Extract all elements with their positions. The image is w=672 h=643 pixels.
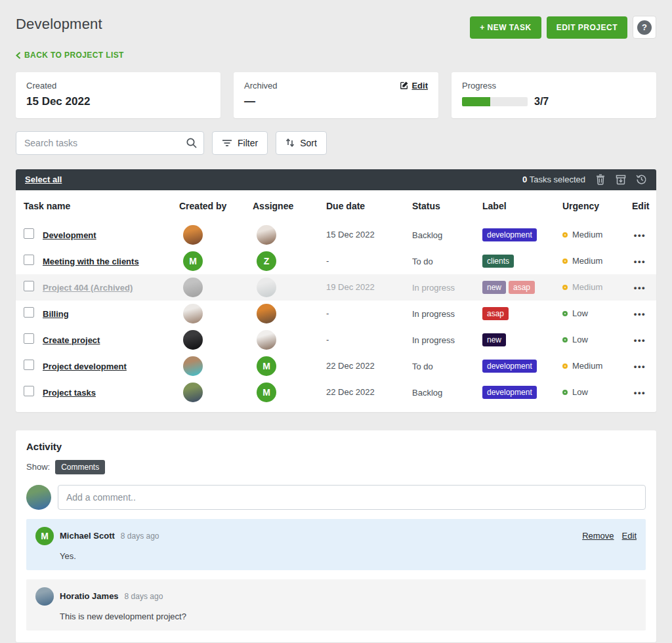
status-cell: To do: [412, 360, 482, 372]
task-row: Project tasksM22 Dec 2022Backlogdevelopm…: [16, 379, 656, 405]
edit-cell: •••: [632, 281, 648, 293]
archive-tasks-icon[interactable]: [616, 175, 626, 185]
created-by-cell: M: [179, 251, 253, 271]
row-menu-button[interactable]: •••: [634, 362, 646, 371]
row-menu-button[interactable]: •••: [634, 257, 646, 266]
task-name-cell: Create project: [43, 334, 179, 346]
archived-label: Archived: [244, 81, 278, 91]
urgency-icon: [562, 232, 568, 238]
sort-button[interactable]: Sort: [276, 131, 327, 155]
urgency-cell: Low: [562, 335, 632, 344]
row-menu-button[interactable]: •••: [634, 283, 646, 293]
task-name-link[interactable]: Project 404 (Archived): [43, 283, 133, 293]
urgency-label: Medium: [572, 282, 602, 292]
history-icon[interactable]: [636, 174, 647, 185]
assignee-avatar: M: [257, 356, 276, 376]
status-cell: In progress: [412, 334, 482, 346]
sort-label: Sort: [300, 138, 317, 148]
due-date-cell: 22 Dec 2022: [326, 361, 412, 371]
row-menu-button[interactable]: •••: [634, 335, 646, 345]
row-checkbox[interactable]: [24, 228, 34, 239]
back-link-label: BACK TO PROJECT LIST: [24, 51, 124, 60]
labels-cell: development: [482, 228, 562, 241]
created-by-avatar: [183, 356, 203, 376]
urgency-icon: [562, 363, 568, 369]
task-name-cell: Development: [43, 229, 179, 241]
edit-project-button[interactable]: EDIT PROJECT: [547, 16, 627, 39]
summary-cards: Created 15 Dec 2022 Archived Edit — Prog…: [16, 72, 656, 118]
row-checkbox[interactable]: [24, 333, 34, 344]
archived-edit-label: Edit: [411, 81, 428, 91]
comment-timestamp: 8 days ago: [121, 531, 159, 541]
created-by-avatar: [183, 304, 203, 323]
comments-filter-chip[interactable]: Comments: [55, 460, 105, 474]
label-pill: development: [482, 386, 537, 399]
comment-actions: RemoveEdit: [582, 531, 637, 541]
new-task-button[interactable]: + NEW TASK: [470, 16, 541, 39]
task-name-link[interactable]: Meeting with the clients: [43, 257, 139, 266]
created-by-cell: [179, 330, 253, 350]
column-edit: Edit: [632, 201, 649, 211]
comment-input[interactable]: [58, 485, 646, 510]
urgency-cell: Low: [562, 308, 632, 318]
comment-author-name: Horatio James: [60, 591, 119, 601]
status-cell: In progress: [412, 308, 482, 320]
tasks-selected-text: 0 Tasks selected: [522, 175, 585, 184]
current-user-avatar-slot: [26, 485, 51, 510]
select-all-link[interactable]: Select all: [25, 175, 62, 184]
urgency-icon: [562, 285, 568, 290]
row-menu-button[interactable]: •••: [634, 309, 646, 319]
task-row: Project developmentM22 Dec 2022To dodeve…: [16, 353, 656, 379]
help-button[interactable]: ?: [633, 16, 656, 39]
comment-remove-link[interactable]: Remove: [582, 531, 614, 541]
task-name-cell: Meeting with the clients: [43, 255, 179, 267]
status-text: In progress: [412, 283, 455, 293]
task-rows: Development15 Dec 2022Backlogdevelopment…: [16, 222, 656, 405]
label-pill: asap: [509, 281, 535, 294]
urgency-icon: [562, 259, 568, 264]
task-toolbar: Filter Sort: [16, 131, 656, 155]
created-by-cell: [179, 304, 253, 323]
back-to-project-list-link[interactable]: BACK TO PROJECT LIST: [16, 51, 124, 60]
chevron-left-icon: [16, 52, 21, 59]
urgency-label: Low: [572, 308, 588, 318]
row-menu-button[interactable]: •••: [634, 230, 646, 240]
row-checkbox[interactable]: [24, 255, 34, 265]
checkbox-cell: [24, 281, 43, 294]
row-checkbox[interactable]: [24, 360, 34, 370]
search-input[interactable]: [16, 131, 204, 155]
delete-tasks-icon[interactable]: [595, 174, 606, 185]
activity-title: Activity: [26, 441, 646, 452]
row-menu-button[interactable]: •••: [634, 388, 646, 398]
search-box: [16, 131, 204, 155]
status-text: To do: [412, 257, 433, 266]
row-checkbox[interactable]: [24, 307, 34, 318]
comment-edit-link[interactable]: Edit: [622, 531, 637, 541]
row-checkbox[interactable]: [24, 281, 34, 291]
created-by-cell: [179, 278, 253, 297]
table-header-row: Task name Created by Assignee Due date S…: [16, 190, 656, 222]
edit-cell: •••: [632, 334, 648, 346]
archived-edit-link[interactable]: Edit: [400, 81, 428, 91]
created-by-avatar: [183, 278, 203, 297]
status-cell: Backlog: [412, 386, 482, 398]
comment-header: Horatio James8 days ago: [35, 587, 637, 606]
row-checkbox[interactable]: [24, 386, 34, 396]
column-label: Label: [482, 201, 562, 211]
urgency-icon: [562, 337, 568, 342]
status-text: Backlog: [412, 388, 442, 398]
column-status: Status: [412, 201, 482, 211]
task-name-link[interactable]: Project tasks: [43, 388, 96, 398]
filter-button[interactable]: Filter: [212, 131, 268, 155]
due-date-cell: -: [326, 308, 412, 318]
assignee-avatar: [257, 278, 276, 297]
task-name-link[interactable]: Create project: [43, 335, 100, 345]
task-row: Meeting with the clientsMZ-To doclientsM…: [16, 248, 656, 274]
task-name-link[interactable]: Development: [43, 230, 96, 240]
task-name-link[interactable]: Project development: [43, 362, 127, 371]
task-name-link[interactable]: Billing: [43, 309, 69, 319]
task-name-cell: Billing: [43, 308, 179, 320]
labels-cell: asap: [482, 307, 562, 320]
due-date-cell: -: [326, 256, 412, 266]
edit-cell: •••: [632, 255, 648, 267]
